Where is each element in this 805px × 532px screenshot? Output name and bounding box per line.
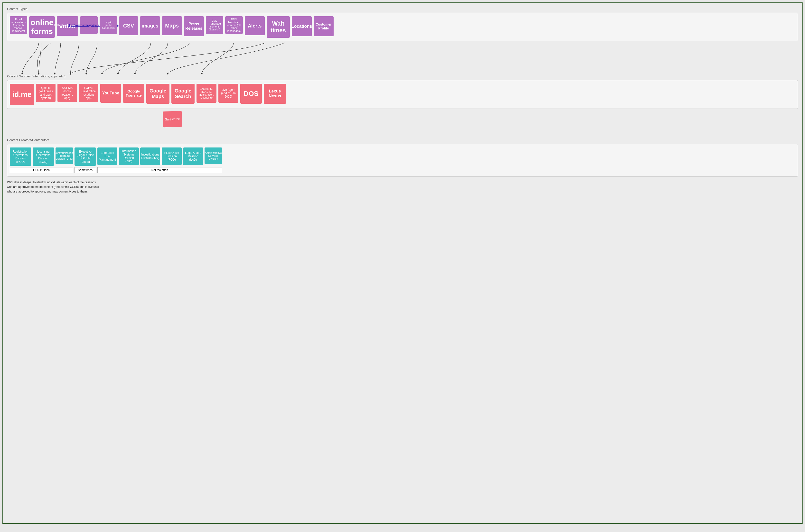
osr-not-too-often: Not too often — [97, 167, 222, 173]
outer-border: Content Types Email notifications (prima… — [2, 2, 803, 524]
content-type-wait-times: Wait times — [267, 16, 290, 38]
content-type-mp4: .mp4 (audio handbook) — [99, 16, 117, 34]
content-type-dmv-other: DMV Translated content (all other langua… — [225, 16, 243, 34]
source-qmatic: Qmatic (wait times and appt system) — [36, 84, 56, 102]
source-chatbot: ChatBot (3: REAL ID, Registration, Licen… — [196, 84, 217, 103]
source-youtube: YouTube — [100, 84, 121, 103]
source-idme: id.me — [10, 84, 34, 105]
content-creators-label: Content Creators/Contributors — [7, 138, 798, 142]
arrows-area — [7, 43, 798, 74]
source-dos: DOS — [240, 84, 262, 104]
bottom-note: We'll dive in deeper to identify individ… — [7, 180, 798, 194]
content-types-box: Email notifications (primarily renewal r… — [7, 13, 798, 41]
content-type-customer-profile: Customer Profile — [314, 16, 334, 36]
salesforce-area: Salesforce — [163, 111, 798, 127]
source-google-search: Google Search — [171, 84, 194, 104]
content-types-label: Content Types — [7, 7, 798, 11]
content-type-csv: CSV — [119, 16, 138, 35]
source-sstims: SSTIMS (kiosk locations app) — [57, 84, 77, 102]
creator-isd: Information Systems Division (ISD) — [119, 148, 139, 165]
source-salesforce: Salesforce — [163, 111, 182, 128]
content-type-publications: Publications:https://www.dmv.ca.gov/port… — [80, 16, 98, 34]
osr-often: OSRs: Often — [10, 167, 73, 173]
source-google-maps: Google Maps — [146, 84, 169, 104]
osr-sometimes: Sometimes — [75, 167, 96, 173]
creator-asd: Administrative Services Division — [205, 148, 222, 164]
osr-labels-row: OSRs: Often Sometimes Not too often — [10, 167, 795, 173]
content-type-dmv-spanish: DMV Translated content (Spanish) — [206, 16, 223, 34]
spacer — [7, 129, 798, 138]
content-sources-label: Content Sources (integrations, apps, etc… — [7, 74, 798, 78]
content-type-alerts: Alerts — [245, 16, 265, 35]
content-type-locations: Locations — [292, 16, 312, 36]
content-type-press-releases: Press Releases — [184, 16, 204, 36]
content-type-images: images — [140, 16, 160, 35]
creator-rod: Registration Operations Division (ROD) — [10, 148, 31, 166]
creator-lad: Legal Affairs Division (LAD) — [183, 148, 203, 165]
source-lexus-nexus: Lexus Nexus — [264, 84, 286, 104]
source-live-agent: Live Agent (end of Jan 2020) — [219, 84, 238, 103]
creators-row: Registration Operations Division (ROD) L… — [10, 148, 795, 166]
source-foims: FOIMS (field office locations app) — [79, 84, 98, 102]
content-creators-section: Content Creators/Contributors Registrati… — [7, 138, 798, 177]
arrows-svg — [7, 43, 798, 74]
content-sources-box: id.me Qmatic (wait times and appt system… — [7, 80, 798, 109]
creator-fod: Field Office Division (FOD) — [162, 148, 182, 165]
content-creators-box: Registration Operations Division (ROD) L… — [7, 144, 798, 177]
content-type-maps: Maps — [162, 16, 182, 35]
creator-inv: Investigations Division (INV) — [140, 148, 160, 165]
creator-cpd: Communications Programs Division (CPD) — [56, 148, 73, 164]
content-types-section: Content Types Email notifications (prima… — [7, 7, 798, 41]
creator-lod: Licensing Operations Division (LOD) — [33, 148, 54, 166]
content-type-online-forms: online forms — [29, 16, 55, 38]
creator-exec: Executive (Legal, Office of Public Affai… — [75, 148, 96, 166]
creator-erm: Enterprise Risk Management — [97, 148, 117, 165]
content-type-email: Email notifications (primarily renewal r… — [10, 16, 27, 34]
source-google-translate: Google Translate — [123, 84, 144, 103]
content-sources-section: Content Sources (integrations, apps, etc… — [7, 74, 798, 127]
